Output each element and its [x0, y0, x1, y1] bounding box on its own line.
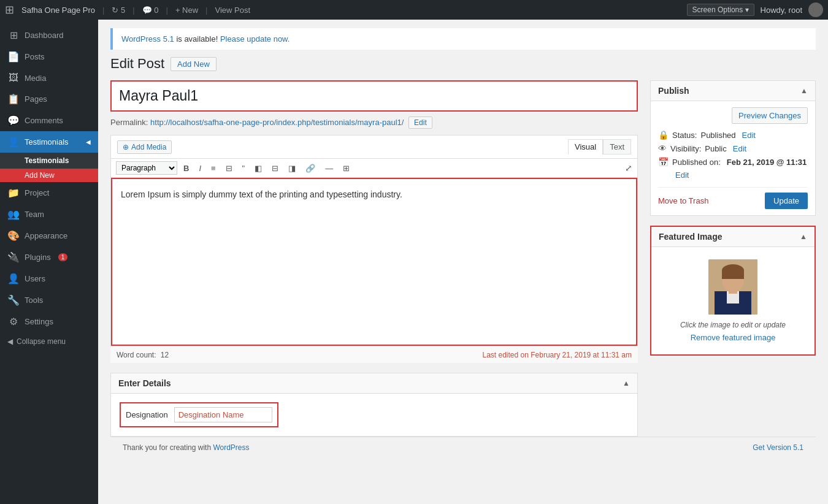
- site-name[interactable]: Safha One Page Pro: [21, 6, 95, 15]
- editor-toolbar-top: ⊕ Add Media Visual Text: [111, 136, 637, 159]
- update-button[interactable]: Update: [765, 193, 808, 209]
- designation-label: Designation: [126, 410, 168, 419]
- permalink-url[interactable]: http://localhost/safha-one-page-pro/inde…: [150, 118, 404, 127]
- blockquote-button[interactable]: ": [239, 162, 249, 175]
- sidebar-item-appearance[interactable]: 🎨 Appearance: [0, 225, 98, 246]
- word-count-area: Word count: 12: [117, 351, 169, 359]
- link-button[interactable]: 🔗: [302, 162, 319, 175]
- post-body: Permalink: http://localhost/safha-one-pa…: [110, 80, 638, 437]
- designation-field-row: Designation: [120, 402, 278, 427]
- publish-title: Publish: [658, 86, 689, 96]
- editor-footer: Word count: 12 Last edited on February 2…: [110, 346, 638, 363]
- sidebar-item-plugins[interactable]: 🔌 Plugins 1: [0, 246, 98, 268]
- sidebar-item-posts[interactable]: 📄 Posts: [0, 46, 98, 67]
- calendar-icon: 📅: [658, 157, 669, 167]
- sidebar-item-project[interactable]: 📁 Project: [0, 182, 98, 204]
- post-title-input[interactable]: [112, 82, 637, 110]
- new-content-menu[interactable]: + New: [175, 6, 198, 15]
- fullscreen-button[interactable]: ⤢: [625, 163, 632, 173]
- featured-image-thumbnail[interactable]: [708, 259, 757, 315]
- adminbar-sep4: |: [205, 6, 207, 15]
- featured-image-panel: Featured Image ▲: [650, 226, 816, 356]
- designation-input[interactable]: [174, 407, 272, 422]
- align-right-button[interactable]: ◨: [285, 162, 299, 175]
- adminbar-sep3: |: [166, 6, 167, 15]
- dashboard-icon: ⊞: [7, 29, 20, 41]
- publish-panel: Publish ▲ Preview Changes 🔒 Status: Publ…: [650, 80, 816, 216]
- view-post-link[interactable]: View Post: [215, 6, 250, 15]
- main-content: WordPress 5.1 is available! Please updat…: [98, 20, 828, 504]
- screen-options-button[interactable]: Screen Options ▾: [687, 4, 754, 16]
- move-to-trash-link[interactable]: Move to Trash: [658, 196, 708, 205]
- remove-featured-image-link[interactable]: Remove featured image: [691, 333, 776, 342]
- editor-content[interactable]: Lorem Ipsum is simply dummy text of the …: [112, 179, 636, 345]
- svg-rect-6: [722, 270, 744, 279]
- please-update-link[interactable]: Please update now.: [220, 34, 289, 44]
- submenu-testimonials[interactable]: Testimonials: [0, 153, 98, 169]
- featured-image-header[interactable]: Featured Image ▲: [651, 227, 815, 247]
- preview-changes-button[interactable]: Preview Changes: [732, 107, 808, 124]
- updates-counter[interactable]: ↻ 5: [112, 6, 125, 15]
- posts-icon: 📄: [7, 51, 20, 63]
- visual-tab[interactable]: Visual: [568, 139, 603, 155]
- meta-box-content: Designation: [111, 394, 637, 436]
- get-version-link[interactable]: Get Version 5.1: [753, 443, 803, 452]
- edit-area: Permalink: http://localhost/safha-one-pa…: [110, 80, 816, 437]
- published-on-row: 📅 Published on: Feb 21, 2019 @ 11:31: [658, 157, 808, 167]
- featured-image-title: Featured Image: [659, 232, 722, 242]
- align-center-button[interactable]: ⊟: [268, 162, 282, 175]
- sidebar-item-testimonials[interactable]: 👤 Testimonials ◀: [0, 131, 98, 153]
- meta-box-title: Enter Details: [118, 378, 171, 388]
- paragraph-format-select[interactable]: Paragraph Heading 1 Heading 2 Heading 3 …: [116, 161, 177, 175]
- wordpress-version-link[interactable]: WordPress 5.1: [121, 34, 174, 44]
- visibility-icon: 👁: [658, 143, 667, 153]
- horizontal-rule-button[interactable]: —: [321, 162, 337, 175]
- align-left-button[interactable]: ◧: [251, 162, 266, 175]
- publish-actions: Preview Changes: [658, 107, 808, 124]
- unordered-list-button[interactable]: ≡: [207, 162, 220, 175]
- pages-icon: 📋: [7, 93, 20, 105]
- tools-icon: 🔧: [7, 294, 20, 306]
- sidebar-item-tools[interactable]: 🔧 Tools: [0, 289, 98, 311]
- visibility-row: 👁 Visibility: Public Edit: [658, 143, 808, 153]
- comments-counter[interactable]: 💬 0: [142, 6, 159, 15]
- featured-image-hint[interactable]: Click the image to edit or update: [665, 321, 801, 329]
- sidebar-item-pages[interactable]: 📋 Pages: [0, 88, 98, 110]
- published-on-edit-link[interactable]: Edit: [675, 170, 689, 180]
- submenu-add-new[interactable]: Add New: [0, 169, 98, 182]
- permalink-row: Permalink: http://localhost/safha-one-pa…: [110, 116, 638, 129]
- adminbar-sep: |: [102, 6, 104, 15]
- sidebar-item-comments[interactable]: 💬 Comments: [0, 110, 98, 131]
- testimonials-icon: 👤: [7, 136, 20, 148]
- media-icon: 🖼: [7, 72, 20, 83]
- text-tab[interactable]: Text: [603, 139, 631, 155]
- sidebar-item-media[interactable]: 🖼 Media: [0, 67, 98, 88]
- meta-box-header[interactable]: Enter Details ▲: [111, 373, 637, 394]
- wp-footer: Thank you for creating with WordPress Ge…: [110, 437, 816, 458]
- edit-slug-button[interactable]: Edit: [408, 116, 432, 129]
- add-new-post-button[interactable]: Add New: [171, 57, 217, 71]
- italic-button[interactable]: I: [195, 162, 205, 175]
- add-media-button[interactable]: ⊕ Add Media: [117, 140, 172, 154]
- visibility-edit-link[interactable]: Edit: [733, 144, 746, 153]
- status-value: Published: [700, 131, 735, 140]
- admin-bar: ⊞ Safha One Page Pro | ↻ 5 | 💬 0 | + New…: [0, 0, 828, 20]
- permalink-label: Permalink:: [110, 118, 148, 127]
- wordpress-footer-link[interactable]: WordPress: [213, 443, 249, 452]
- sidebar-item-team[interactable]: 👥 Team: [0, 204, 98, 225]
- bold-button[interactable]: B: [180, 162, 193, 175]
- status-icon: 🔒: [658, 130, 669, 140]
- plugins-icon: 🔌: [7, 251, 20, 263]
- table-button[interactable]: ⊞: [339, 162, 353, 175]
- active-indicator: ◀: [86, 139, 91, 145]
- status-edit-link[interactable]: Edit: [742, 131, 756, 140]
- meta-box-chevron: ▲: [623, 379, 630, 388]
- collapse-menu-button[interactable]: ◀ Collapse menu: [0, 332, 98, 351]
- sidebar-item-dashboard[interactable]: ⊞ Dashboard: [0, 25, 98, 46]
- ordered-list-button[interactable]: ⊟: [222, 162, 236, 175]
- comments-nav-icon: 💬: [7, 115, 20, 126]
- publish-panel-header[interactable]: Publish ▲: [651, 81, 815, 101]
- sidebar-item-settings[interactable]: ⚙ Settings: [0, 311, 98, 332]
- sidebar-item-users[interactable]: 👤 Users: [0, 268, 98, 289]
- post-title-wrapper: [110, 80, 638, 112]
